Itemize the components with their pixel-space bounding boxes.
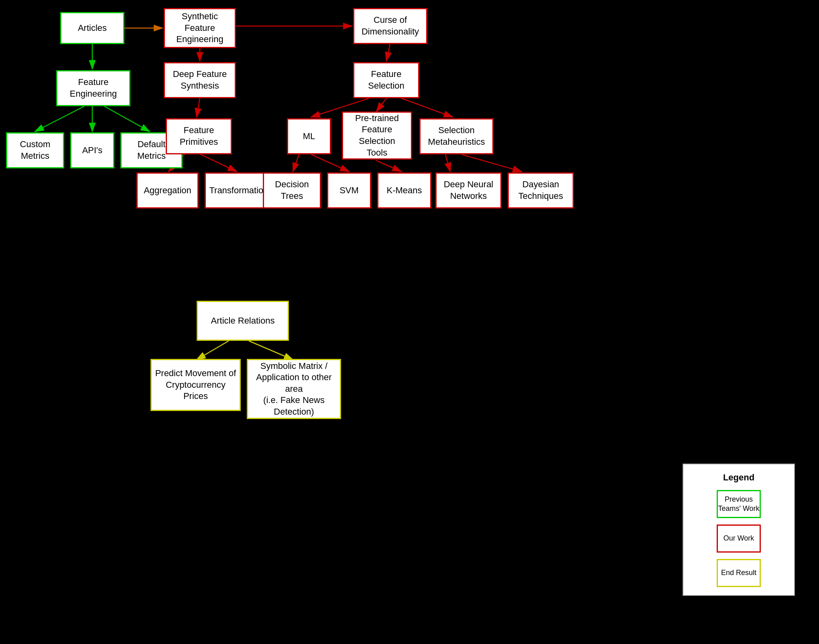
node-symbolic-matrix: Symbolic Matrix /Application to other ar… bbox=[247, 359, 341, 419]
node-feature-engineering: FeatureEngineering bbox=[56, 70, 130, 106]
legend-items: PreviousTeams' Work Our Work End Result bbox=[695, 490, 782, 587]
svg-line-22 bbox=[461, 154, 522, 172]
legend-previous-teams: PreviousTeams' Work bbox=[717, 490, 761, 518]
svg-line-21 bbox=[445, 154, 450, 172]
node-svm: SVM bbox=[327, 172, 371, 209]
svg-line-10 bbox=[197, 98, 200, 117]
node-synthetic-fe: SyntheticFeatureEngineering bbox=[164, 8, 236, 48]
node-decision-trees: DecisionTrees bbox=[263, 172, 321, 209]
legend-our-work: Our Work bbox=[717, 525, 761, 553]
node-predict-movement: Predict Movement ofCryptocurrency Prices bbox=[150, 359, 241, 411]
node-deep-feature-synthesis: Deep FeatureSynthesis bbox=[164, 62, 236, 98]
node-aggregation: Aggregation bbox=[136, 172, 199, 209]
node-articles: Articles bbox=[60, 12, 124, 44]
node-selection-meta: SelectionMetaheuristics bbox=[419, 118, 494, 154]
diagram-container: Articles FeatureEngineering CustomMetric… bbox=[0, 0, 819, 644]
node-dayesian: DayesianTechniques bbox=[508, 172, 574, 209]
node-kmeans: K-Means bbox=[377, 172, 431, 209]
node-ml: ML bbox=[287, 118, 331, 154]
svg-line-5 bbox=[35, 106, 84, 132]
legend-end-result: End Result bbox=[717, 559, 761, 587]
svg-line-23 bbox=[197, 341, 229, 360]
svg-line-24 bbox=[249, 341, 293, 360]
svg-line-16 bbox=[376, 98, 386, 111]
node-deep-neural: Deep NeuralNetworks bbox=[435, 172, 502, 209]
node-apis: API's bbox=[70, 132, 114, 168]
svg-line-20 bbox=[376, 160, 401, 172]
node-feature-selection: FeatureSelection bbox=[353, 62, 419, 98]
node-curse-of-dimensionality: Curse ofDimensionality bbox=[353, 8, 427, 44]
svg-line-14 bbox=[386, 44, 390, 61]
node-article-relations: Article Relations bbox=[197, 301, 289, 341]
node-custom-metrics: CustomMetrics bbox=[6, 132, 64, 168]
svg-line-18 bbox=[293, 154, 299, 172]
node-feature-primitives: FeaturePrimitives bbox=[166, 118, 232, 154]
node-pretrained-tools: Pre-trainedFeatureSelectionTools bbox=[342, 111, 412, 160]
legend-box: Legend PreviousTeams' Work Our Work End … bbox=[683, 464, 795, 596]
svg-line-12 bbox=[201, 154, 237, 172]
svg-line-7 bbox=[104, 106, 150, 132]
legend-title: Legend bbox=[695, 472, 782, 483]
